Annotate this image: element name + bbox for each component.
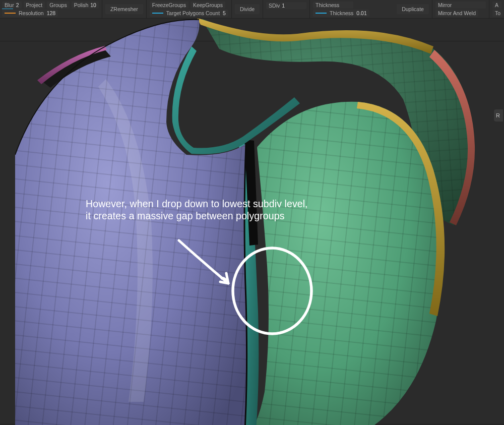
group-sdiv: SDiv 1 [264,0,308,18]
group-polish: Blur 2 Project Groups Polish 10 Resoluti… [0,0,101,18]
axis-a-button[interactable]: A [492,2,501,9]
slider-indicator-icon [152,13,163,14]
top-toolbar: Blur 2 Project Groups Polish 10 Resoluti… [0,0,504,19]
thickness-header[interactable]: Thickness [313,2,353,9]
zremesher-button[interactable]: ZRemesher [105,4,143,14]
toolbar-separator [263,0,263,18]
mirror-and-weld-button[interactable]: Mirror And Weld [435,10,478,17]
group-thickness: Thickness Thickness 0.01 [311,0,371,18]
keep-groups-toggle[interactable]: KeepGroups [191,2,225,9]
duplicate-button[interactable]: Duplicate [397,4,429,14]
viewport-3d[interactable]: However, when I drop down to lowest subd… [0,19,504,425]
toolbar-separator [489,0,489,18]
polish-slider[interactable]: Polish 10 [72,2,99,9]
group-duplicate: Duplicate [395,0,431,18]
slider-indicator-icon [316,13,327,14]
group-divide: Divide [233,0,262,18]
right-panel-toggle[interactable]: R [494,109,503,122]
toolbar-separator [102,0,102,18]
axis-to-button[interactable]: To [492,10,503,17]
mesh-render [15,19,489,425]
toolbar-separator [146,0,147,18]
toolbar-separator [231,0,232,18]
group-zremesher: ZRemesher [103,0,145,18]
sdiv-slider[interactable]: SDiv 1 [266,2,306,9]
group-remesh-opts: FreezeGroups KeepGroups Target Polygons … [148,0,230,18]
target-polycount-slider[interactable]: Target Polygons Count 5 [150,10,228,17]
slider-indicator-icon [5,13,16,14]
group-mirror: Mirror Mirror And Weld [433,0,488,18]
thickness-slider[interactable]: Thickness 0.01 [313,10,369,17]
divide-button[interactable]: Divide [235,4,260,14]
mirror-button[interactable]: Mirror [435,2,486,9]
project-toggle[interactable]: Project [24,2,45,9]
groups-toggle[interactable]: Groups [47,2,69,9]
group-axes: A To [490,0,504,18]
freeze-groups-toggle[interactable]: FreezeGroups [150,2,188,9]
resolution-slider[interactable]: Resolution 128 [2,10,58,17]
toolbar-separator [309,0,310,18]
blur-slider[interactable]: Blur 2 [2,2,22,9]
toolbar-separator [432,0,432,18]
